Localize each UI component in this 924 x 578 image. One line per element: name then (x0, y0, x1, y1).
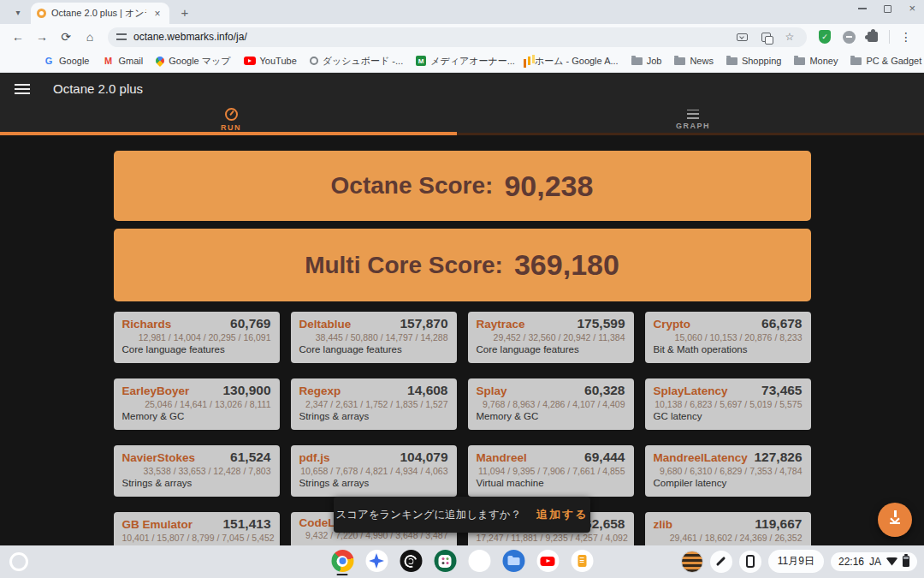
download-fab[interactable] (878, 503, 912, 537)
benchmark-score: 127,826 (754, 450, 802, 465)
page-content: Octane 2.0 plus RUN GRAPH Octane Score: … (0, 73, 924, 545)
octane-score-value: 90,238 (504, 170, 593, 203)
install-app-icon[interactable] (733, 33, 750, 41)
bookmark-star-icon[interactable]: ☆ (781, 31, 798, 43)
date-pill[interactable]: 11月9日 (768, 550, 824, 573)
bookmark-item[interactable]: Mメディアオーナー... (416, 55, 515, 68)
gmail-icon: M (102, 55, 114, 67)
benchmark-subscores: 10,658 / 7,678 / 4,821 / 4,934 / 4,063 (299, 466, 448, 476)
benchmark-card: zlib119,66729,461 / 18,602 / 24,369 / 26… (645, 512, 811, 545)
benchmark-subscores: 25,046 / 14,641 / 13,026 / 8,111 (122, 399, 271, 409)
translate-icon[interactable] (757, 33, 774, 42)
reload-button[interactable]: ⟳ (55, 26, 77, 48)
benchmark-card: Crypto66,67815,060 / 10,153 / 20,876 / 8… (645, 312, 811, 363)
shelf-app-docs[interactable] (571, 550, 594, 575)
shelf-app-gmail[interactable] (468, 550, 491, 575)
browser-menu-icon[interactable]: ⋮ (895, 26, 917, 48)
tab-run[interactable]: RUN (0, 104, 462, 135)
bookmark-item[interactable]: GGoogle (43, 55, 89, 67)
adblock-extension-icon[interactable]: ✓ (814, 26, 836, 48)
benchmark-category: Memory & GC (122, 411, 271, 421)
toolbar-divider (889, 30, 890, 44)
new-tab-button[interactable]: + (175, 2, 195, 22)
forward-button[interactable]: → (31, 26, 53, 48)
bookmark-folder[interactable]: PC & Gadget (850, 56, 921, 66)
tab-search-button[interactable]: ▾ (7, 3, 29, 21)
bookmark-item[interactable]: YouTube (244, 56, 297, 66)
benchmark-name: EarleyBoyer (122, 384, 190, 397)
active-app-indicator (337, 574, 348, 576)
extension-icon[interactable] (838, 26, 860, 48)
shelf-app-chrome[interactable] (331, 550, 354, 575)
restore-button[interactable] (884, 5, 891, 13)
home-button[interactable]: ⌂ (79, 26, 101, 48)
bookmark-item[interactable]: Google マップ (156, 55, 230, 68)
phone-icon (746, 555, 755, 568)
bookmark-item[interactable]: MGmail (102, 55, 143, 67)
shelf-app-spiral[interactable] (400, 550, 423, 575)
benchmark-score: 14,608 (407, 383, 447, 398)
shelf-app-green[interactable] (434, 550, 457, 575)
bookmark-label: ホーム - Google A... (535, 55, 619, 68)
bookmark-folder[interactable]: Job (631, 56, 662, 66)
benchmark-card: Raytrace175,59929,452 / 32,560 / 20,942 … (468, 312, 634, 363)
bookmark-item[interactable]: ダッシュボード -... (310, 55, 403, 68)
phone-hub-button[interactable] (739, 551, 761, 573)
system-tray[interactable]: 22:16 JA (831, 552, 917, 571)
benchmark-name: zlib (654, 518, 673, 531)
benchmark-score: 60,328 (584, 383, 625, 398)
multi-core-score-value: 369,180 (514, 248, 619, 282)
bookmark-label: メディアオーナー... (430, 55, 515, 68)
bookmark-folder[interactable]: Shopping (726, 56, 782, 66)
ranking-toast: スコアをランキングに追加しますか？ 追加する (334, 497, 590, 533)
stylus-tools-button[interactable] (710, 551, 732, 573)
folder-icon (674, 57, 685, 65)
graph-list-icon (687, 110, 699, 119)
shelf-app-files[interactable] (502, 550, 525, 575)
chrome-icon (331, 550, 353, 572)
benchmark-name: Splay (477, 384, 507, 397)
tab-strip: ▾ Octane 2.0 plus | オンライン × + × (0, 0, 924, 24)
browser-tab-active[interactable]: Octane 2.0 plus | オンライン × (31, 3, 169, 24)
close-button[interactable]: × (909, 4, 915, 13)
ime-indicator: JA (869, 556, 881, 568)
benchmark-subscores: 17,247 / 11,881 / 9,235 / 4,257 / 4,092 (477, 533, 625, 543)
benchmark-score: 119,667 (755, 516, 802, 532)
launcher-button[interactable] (9, 552, 28, 571)
benchmark-subscores: 9,768 / 8,963 / 4,286 / 4,107 / 4,409 (477, 399, 625, 409)
benchmark-category: Core language features (122, 344, 271, 355)
bookmark-item[interactable]: ホーム - Google A... (528, 55, 619, 68)
maps-icon (154, 55, 166, 67)
tab-close-icon[interactable]: × (151, 8, 163, 20)
chrome-window: ▾ Octane 2.0 plus | オンライン × + × ← → ⟳ ⌂ … (0, 0, 924, 578)
shelf-app-youtube[interactable] (536, 550, 560, 575)
bookmark-folder[interactable]: News (674, 56, 714, 66)
site-settings-icon[interactable] (116, 33, 127, 40)
youtube-icon (244, 57, 256, 65)
benchmark-score: 130,900 (222, 383, 270, 398)
multi-core-score-label: Multi Core Score: (305, 252, 503, 279)
avatar[interactable] (681, 551, 703, 573)
tab-graph[interactable]: GRAPH (462, 104, 924, 135)
benchmark-category: GC latency (654, 411, 803, 421)
shelf-status-area: 11月9日 22:16 JA (681, 550, 917, 573)
shelf-apps (331, 550, 594, 575)
extensions-puzzle-icon[interactable] (862, 26, 884, 48)
benchmark-subscores: 2,347 / 2,631 / 1,752 / 1,835 / 1,527 (299, 399, 448, 409)
bookmark-folder[interactable]: Money (794, 56, 838, 66)
octane-header: Octane 2.0 plus (0, 73, 924, 104)
url-text[interactable]: octane.webmarks.info/ja/ (133, 31, 726, 43)
shelf-app-gemini[interactable] (365, 550, 388, 575)
toast-add-button[interactable]: 追加する (536, 507, 589, 522)
menu-icon[interactable] (15, 84, 30, 94)
minimize-button[interactable] (858, 8, 867, 9)
chromeos-shelf: 11月9日 22:16 JA (0, 545, 924, 578)
benchmark-subscores: 9,680 / 6,310 / 6,829 / 7,353 / 4,784 (654, 466, 803, 476)
benchmark-name: Regexp (299, 384, 341, 397)
octane-score-banner: Octane Score: 90,238 (114, 151, 811, 221)
back-button[interactable]: ← (7, 26, 29, 48)
benchmark-score: 62,658 (584, 516, 625, 532)
address-bar[interactable]: octane.webmarks.info/ja/ ☆ (108, 27, 807, 47)
spiral-icon (400, 550, 422, 572)
benchmark-name: GB Emulator (122, 518, 193, 531)
